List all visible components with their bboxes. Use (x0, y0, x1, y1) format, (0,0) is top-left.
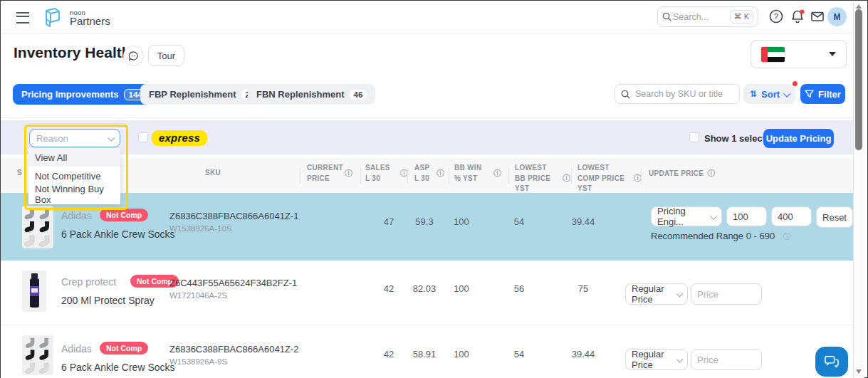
sort-arrows-icon: ⇅ (750, 89, 757, 99)
tab-pricing-improvements[interactable]: Pricing Improvements 1446 (13, 84, 160, 105)
command-k-shortcut-badge: ⌘ K (730, 10, 753, 23)
product-title: 200 Ml Protect Spray (61, 295, 155, 306)
help-icon: ? (768, 9, 784, 24)
avatar[interactable]: M (827, 7, 847, 26)
max-price-input[interactable] (771, 206, 812, 226)
lowest-comp-value: 39.44 (562, 349, 605, 359)
info-icon[interactable]: ⓘ (436, 168, 444, 179)
table-header: S SKU CURRENT PRICE ⓘ SALES L 30 ⓘ ASP L… (1, 158, 853, 193)
product-title: 6 Pack Ankle Crew Socks (61, 362, 175, 373)
chat-face-icon (128, 51, 139, 61)
brand-name: Crep protect (61, 276, 116, 288)
sku-variant: W1538926A-10S (169, 224, 232, 233)
chevron-down-icon (783, 90, 790, 97)
lowest-bb-value: 54 (498, 349, 540, 359)
product-image-socks (22, 335, 53, 375)
sku-variant: W1538926A-9S (169, 357, 227, 366)
chat-fab-button[interactable] (815, 347, 848, 377)
asp-l30-value: 58.91 (403, 349, 446, 359)
product-image-socks (22, 206, 53, 248)
price-type-select[interactable]: Regular Price (625, 283, 688, 305)
price-type-select[interactable]: Regular Price (625, 349, 688, 370)
column-header-sku: SKU (205, 168, 221, 179)
bb-win-value: 100 (440, 216, 483, 227)
divider (1, 117, 853, 118)
sku-search[interactable] (615, 84, 740, 104)
sku-code: Z6836C388FBAC866A6041Z-1 (169, 211, 298, 221)
global-search-input[interactable] (671, 11, 730, 23)
lowest-comp-value: 75 (562, 283, 605, 294)
global-search[interactable]: ⌘ K (657, 6, 758, 27)
bb-win-value: 100 (440, 349, 483, 359)
column-header-lowest-bb: LOWEST BB PRICE YST (515, 163, 559, 194)
filter-button[interactable]: Filter (800, 84, 845, 104)
info-icon[interactable]: ⓘ (345, 168, 352, 179)
menu-item-not-winning-buy-box[interactable]: Not Winning Buy Box (28, 185, 120, 204)
help-button[interactable]: ? (767, 7, 785, 26)
info-icon[interactable]: ⓘ (783, 232, 791, 241)
express-filter-checkbox[interactable] (138, 132, 148, 142)
sort-button[interactable]: ⇅ Sort (743, 84, 795, 104)
chevron-down-icon (829, 52, 836, 56)
sku-search-input[interactable] (634, 88, 733, 100)
not-comp-badge: Not Comp (100, 209, 148, 221)
show-selected-checkbox[interactable] (689, 132, 699, 142)
menu-item-view-all[interactable]: View All (28, 148, 120, 167)
top-bar: noon Partners ⌘ K ? (1, 1, 853, 33)
search-icon (621, 90, 630, 99)
chevron-down-icon (676, 356, 683, 362)
country-select[interactable] (751, 40, 847, 68)
feedback-bubble-button[interactable] (123, 46, 144, 66)
mail-icon (810, 9, 825, 24)
tab-count-badge: 46 (350, 90, 367, 100)
notifications-button[interactable] (788, 7, 807, 26)
scrollbar-down-arrow[interactable] (856, 369, 862, 374)
bb-win-value: 100 (440, 283, 483, 294)
chat-bubbles-icon (824, 355, 840, 369)
column-header-bb-win: BB WIN % YST (454, 163, 490, 184)
column-header-lowest-comp: LOWEST COMP PRICE YST (577, 163, 630, 194)
column-header-update-price: UPDATE PRICE (649, 169, 704, 179)
menu-item-not-competitive[interactable]: Not Competitive (28, 167, 120, 185)
recommended-range: Recommended Range 0 - 690 ⓘ (651, 231, 791, 242)
info-icon[interactable]: ⓘ (707, 168, 715, 179)
asp-l30-value: 82.03 (403, 283, 446, 294)
bell-icon (790, 9, 805, 24)
sku-code: Z6836C388FBAC866A6041Z-2 (169, 344, 298, 355)
column-header-asp-l30: ASP L 30 (414, 163, 433, 184)
messages-button[interactable] (808, 7, 827, 26)
sku-code: Z6C443F55A65624F34B2FZ-1 (169, 278, 297, 288)
min-price-input[interactable] (726, 206, 767, 226)
reason-select[interactable]: Reason (29, 129, 120, 147)
page-title: Inventory Health (14, 44, 131, 61)
tour-button[interactable]: Tour (148, 45, 184, 66)
update-pricing-button[interactable]: Update Pricing (763, 129, 834, 148)
noon-partners-logo-icon[interactable] (40, 7, 63, 28)
tab-fbn-replenishment[interactable]: FBN Replenishment 46 (248, 84, 375, 105)
lowest-bb-value: 56 (498, 283, 540, 294)
price-input[interactable] (691, 283, 762, 305)
svg-text:?: ? (774, 12, 778, 21)
express-badge[interactable]: express (152, 130, 207, 146)
reason-dropdown-menu: View All Not Competitive Not Winning Buy… (28, 148, 120, 204)
product-image-spray (22, 271, 46, 312)
price-type-select[interactable]: Pricing Engi... (651, 206, 722, 226)
logo-text-partners: Partners (70, 15, 110, 27)
column-header-partial: S (17, 168, 22, 179)
chevron-down-icon (676, 290, 683, 297)
app-window: noon Partners ⌘ K ? (0, 0, 868, 378)
chevron-down-icon (108, 134, 115, 141)
price-input[interactable] (691, 349, 762, 370)
reset-button[interactable]: Reset (816, 206, 853, 228)
sort-notification-dot (793, 81, 798, 86)
scrollbar-thumb[interactable] (855, 9, 862, 150)
column-header-current-price: CURRENT PRICE (307, 163, 341, 184)
not-comp-badge: Not Comp (100, 342, 148, 355)
uae-flag-icon (761, 47, 785, 62)
hamburger-menu-icon[interactable] (16, 12, 29, 23)
brand-name: Adidas (61, 210, 92, 221)
info-icon[interactable]: ⓘ (563, 173, 570, 184)
scrollbar-up-arrow[interactable] (856, 4, 862, 9)
lowest-bb-value: 54 (498, 216, 540, 227)
info-icon[interactable]: ⓘ (493, 168, 501, 179)
